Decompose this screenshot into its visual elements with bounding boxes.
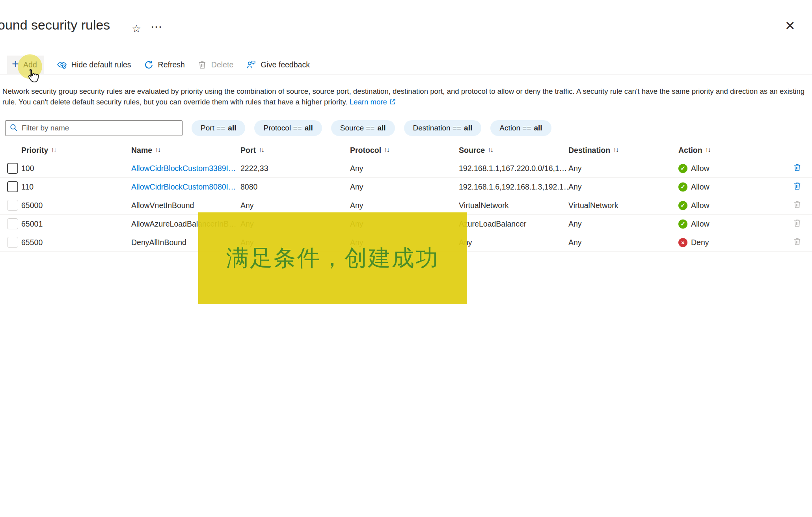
search-icon: [9, 123, 18, 133]
table-header: Priority ↑↓ Name ↑↓ Port ↑↓ Protocol ↑↓ …: [0, 141, 812, 159]
protocol-filter-pill[interactable]: Protocol ==all: [254, 120, 322, 136]
sort-icon: ↑↓: [613, 146, 618, 154]
cell-source: 192.168.1.6,192.168.1.3,192.1…: [459, 182, 568, 192]
rule-name-text: AllowVnetInBound: [131, 201, 240, 210]
eye-slash-icon: [57, 60, 67, 70]
column-header-port[interactable]: Port ↑↓: [240, 146, 350, 155]
cell-source: Any: [459, 238, 568, 247]
page-title: ound security rules: [0, 17, 110, 33]
rule-name-link[interactable]: AllowCidrBlockCustom8080I…: [131, 182, 236, 191]
give-feedback-label: Give feedback: [261, 60, 310, 69]
cell-source: 192.168.1.1,167.220.0.0/16,1…: [459, 164, 568, 173]
favorite-star-icon[interactable]: ☆: [132, 22, 141, 35]
delete-row-button[interactable]: [793, 163, 802, 172]
destination-filter-pill[interactable]: Destination ==all: [404, 120, 482, 136]
cell-destination: Any: [568, 182, 678, 192]
delete-button[interactable]: Delete: [197, 60, 233, 69]
allow-status-badge: ✓ Allow: [678, 182, 769, 192]
row-checkbox[interactable]: [7, 181, 18, 192]
refresh-icon: [144, 60, 154, 70]
table-row: 65000 AllowVnetInBound Any Any VirtualNe…: [0, 196, 812, 215]
delete-row-button[interactable]: [793, 181, 802, 190]
sort-icon: ↑↓: [384, 146, 389, 154]
external-link-icon: [389, 98, 396, 108]
hide-default-rules-button[interactable]: Hide default rules: [57, 60, 131, 70]
table-row: 110 AllowCidrBlockCustom8080I… 8080 Any …: [0, 178, 812, 196]
learn-more-link[interactable]: Learn more: [350, 98, 396, 106]
trash-icon: [197, 60, 207, 69]
column-header-protocol[interactable]: Protocol ↑↓: [350, 146, 459, 155]
row-checkbox[interactable]: [7, 163, 18, 174]
delete-row-button[interactable]: [793, 200, 802, 209]
deny-x-icon: ×: [678, 238, 687, 247]
filter-by-name-input[interactable]: [21, 123, 178, 133]
cell-protocol: Any: [350, 164, 459, 173]
filter-bar: Port ==all Protocol ==all Source ==all D…: [5, 120, 551, 136]
action-filter-pill[interactable]: Action ==all: [490, 120, 551, 136]
cell-destination: Any: [568, 238, 678, 247]
column-header-action[interactable]: Action ↑↓: [678, 146, 769, 155]
cell-port: 8080: [240, 182, 350, 192]
row-checkbox[interactable]: [7, 237, 18, 248]
close-icon[interactable]: ×: [785, 17, 795, 34]
allow-check-icon: ✓: [678, 201, 687, 210]
cell-priority: 65500: [21, 238, 131, 247]
allow-status-badge: ✓ Allow: [678, 164, 769, 173]
sort-icon: ↑↓: [51, 146, 56, 154]
hide-default-rules-label: Hide default rules: [71, 60, 131, 69]
delete-label: Delete: [211, 60, 233, 69]
allow-check-icon: ✓: [678, 219, 687, 229]
refresh-button[interactable]: Refresh: [144, 60, 185, 70]
row-checkbox[interactable]: [7, 200, 18, 211]
column-header-name[interactable]: Name ↑↓: [131, 146, 240, 155]
column-header-destination[interactable]: Destination ↑↓: [568, 146, 678, 155]
cell-source: VirtualNetwork: [459, 201, 568, 210]
description-text: Network security group security rules ar…: [2, 86, 809, 108]
toolbar-divider: [0, 74, 812, 74]
cell-priority: 110: [21, 182, 131, 192]
cell-source: AzureLoadBalancer: [459, 219, 568, 229]
cell-protocol: Any: [350, 201, 459, 210]
sort-icon: ↑↓: [155, 146, 160, 154]
cell-port: Any: [240, 201, 350, 210]
add-button-label: Add: [23, 60, 37, 69]
search-box: [5, 120, 183, 136]
cell-priority: 65000: [21, 201, 131, 210]
delete-row-button[interactable]: [793, 218, 802, 227]
delete-row-button[interactable]: [793, 237, 802, 246]
sort-icon: ↑↓: [705, 146, 710, 154]
cell-priority: 65001: [21, 219, 131, 229]
more-options-icon[interactable]: ⋯: [151, 20, 162, 33]
refresh-label: Refresh: [158, 60, 185, 69]
allow-check-icon: ✓: [678, 164, 687, 173]
allow-check-icon: ✓: [678, 182, 687, 192]
column-header-source[interactable]: Source ↑↓: [459, 146, 568, 155]
port-filter-pill[interactable]: Port ==all: [192, 120, 245, 136]
give-feedback-button[interactable]: Give feedback: [246, 60, 310, 70]
sort-icon: ↑↓: [259, 146, 264, 154]
inbound-security-rules-page: ound security rules ☆ ⋯ × + Add Hide def…: [0, 0, 812, 517]
cell-priority: 100: [21, 164, 131, 173]
sort-icon: ↑↓: [488, 146, 493, 154]
row-checkbox[interactable]: [7, 218, 18, 229]
deny-status-badge: × Deny: [678, 238, 769, 247]
allow-status-badge: ✓ Allow: [678, 201, 769, 210]
person-feedback-icon: [246, 60, 256, 70]
plus-icon: +: [12, 58, 19, 70]
cell-port: 2222,33: [240, 164, 350, 173]
cell-destination: Any: [568, 164, 678, 173]
cell-destination: Any: [568, 219, 678, 229]
rule-name-link[interactable]: AllowCidrBlockCustom3389I…: [131, 164, 236, 173]
annotation-text: 满足条件，创建成功: [226, 243, 439, 273]
source-filter-pill[interactable]: Source ==all: [331, 120, 395, 136]
annotation-overlay: 满足条件，创建成功: [198, 212, 467, 304]
allow-status-badge: ✓ Allow: [678, 219, 769, 229]
cell-protocol: Any: [350, 182, 459, 192]
table-row: 100 AllowCidrBlockCustom3389I… 2222,33 A…: [0, 159, 812, 178]
cell-destination: VirtualNetwork: [568, 201, 678, 210]
add-button[interactable]: + Add: [7, 56, 44, 74]
toolbar: + Add Hide default rules Refresh: [7, 56, 310, 74]
column-header-priority[interactable]: Priority ↑↓: [21, 146, 131, 155]
